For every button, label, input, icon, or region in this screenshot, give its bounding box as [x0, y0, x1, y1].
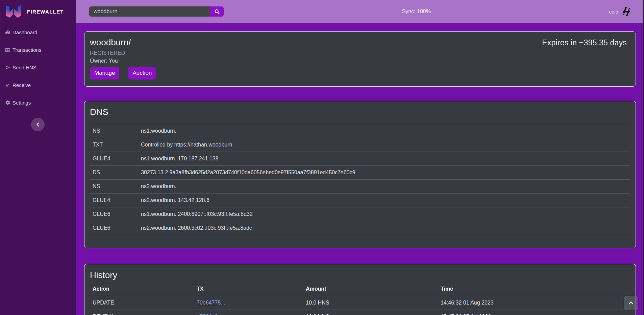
sidebar-item-send-hns[interactable]: Send HNS [0, 59, 76, 76]
history-tx-link[interactable]: 70e64775... [197, 300, 225, 306]
history-time: 14:46:32 01 Aug 2023 [438, 296, 630, 310]
history-tx-link[interactable]: d7836a2e... [197, 314, 225, 315]
table-icon [5, 47, 10, 52]
main-content: woodburn/ Expires in ~395.35 days REGIST… [76, 23, 644, 315]
dns-record-type: GLUE4 [90, 194, 138, 207]
dns-record-type: GLUE6 [90, 207, 138, 221]
history-amount: 10.0 HNS [303, 310, 438, 315]
sync-status: Sync: 100% [224, 8, 609, 15]
history-time: 15:47:36 27 Jul 2023 [438, 310, 630, 315]
dns-card-spacer [90, 235, 630, 243]
dns-record-type: GLUE4 [90, 152, 138, 166]
sidebar-collapse-button[interactable] [31, 118, 45, 131]
magnifier-icon [214, 9, 220, 15]
auction-button[interactable]: Auction [128, 67, 156, 80]
dns-record-row: TXTControlled by https://nathan.woodburn [90, 138, 630, 152]
history-title: History [90, 270, 630, 280]
dns-record-type: NS [90, 124, 138, 138]
dns-title: DNS [90, 107, 630, 117]
dns-record-type: GLUE6 [90, 221, 138, 235]
history-row: UPDATE70e64775...10.0 HNS14:46:32 01 Aug… [90, 296, 630, 310]
sidebar-item-settings[interactable]: Settings [0, 94, 76, 111]
tachometer-icon [5, 29, 10, 35]
history-column-tx: TX [194, 282, 303, 296]
wallet-name: cold [609, 9, 618, 15]
history-row: RENEWd7836a2e...10.0 HNS15:47:36 27 Jul … [90, 310, 630, 315]
dns-record-value: 30273 13 2 9a3a8fb3d625d2a2073d740f10da6… [138, 166, 630, 180]
domain-expiry: Expires in ~395.35 days [542, 37, 627, 48]
chevron-left-icon [35, 122, 40, 127]
brand-name: FIREWALLET [27, 9, 64, 15]
gear-icon [5, 100, 10, 105]
dns-table: NSns1.woodburn.TXTControlled by https://… [90, 124, 630, 235]
firewallet-w-logo-icon [6, 5, 21, 18]
history-action: RENEW [90, 310, 194, 315]
sidebar-item-label: Settings [13, 100, 31, 106]
topbar: Sync: 100% cold [76, 0, 644, 23]
history-column-action: Action [90, 282, 194, 296]
page-scrollbar[interactable] [643, 0, 644, 315]
domain-actions: Manage Auction [90, 67, 630, 80]
history-amount: 10.0 HNS [303, 296, 438, 310]
sidebar-item-label: Receive [13, 82, 31, 88]
dns-record-row: GLUE6ns2.woodburn. 2600:3c02::f03c:93ff:… [90, 221, 630, 235]
sidebar-item-dashboard[interactable]: Dashboard [0, 23, 76, 41]
search-input[interactable] [89, 6, 210, 17]
domain-card-header: woodburn/ Expires in ~395.35 days [90, 37, 630, 48]
brand[interactable]: FIREWALLET [0, 0, 76, 23]
sidebar: FIREWALLET DashboardTransactionsSend HNS… [0, 0, 76, 315]
domain-card: woodburn/ Expires in ~395.35 days REGIST… [84, 31, 636, 87]
dns-record-type: TXT [90, 138, 138, 152]
receive-icon [5, 82, 10, 88]
domain-owner: Owner: You [90, 57, 630, 65]
history-table: ActionTXAmountTime UPDATE70e64775...10.0… [90, 282, 630, 315]
dns-record-type: DS [90, 166, 138, 180]
history-action: UPDATE [90, 296, 194, 310]
dns-record-row: NSns1.woodburn. [90, 124, 630, 138]
dns-record-row: DS30273 13 2 9a3a8fb3d625d2a2073d740f10d… [90, 166, 630, 180]
dns-card: DNS NSns1.woodburn.TXTControlled by http… [84, 101, 636, 248]
dns-record-value: ns1.woodburn. 170.187.241.138 [138, 152, 630, 166]
dns-record-row: GLUE6ns1.woodburn. 2400:8907::f03c:93ff:… [90, 207, 630, 221]
history-column-amount: Amount [303, 282, 438, 296]
dns-record-row: GLUE4ns2.woodburn. 143.42.128.6 [90, 194, 630, 207]
manage-button[interactable]: Manage [90, 67, 119, 80]
sidebar-item-label: Send HNS [13, 65, 36, 70]
send-icon [5, 65, 10, 70]
search-button[interactable] [210, 6, 224, 17]
dns-record-value: ns2.woodburn. 2600:3c02::f03c:93ff:fe5a:… [138, 221, 630, 235]
domain-title: woodburn/ [90, 37, 131, 47]
history-header-row: ActionTXAmountTime [90, 282, 630, 296]
sidebar-nav: DashboardTransactionsSend HNSReceiveSett… [0, 23, 76, 111]
dns-record-value: ns2.woodburn. 143.42.128.6 [138, 194, 630, 207]
dns-record-row: NSns2.woodburn. [90, 180, 630, 194]
handshake-icon[interactable] [621, 6, 632, 17]
sidebar-item-label: Dashboard [13, 29, 37, 35]
dns-record-row: GLUE4ns1.woodburn. 170.187.241.138 [90, 152, 630, 166]
sidebar-item-label: Transactions [13, 47, 41, 53]
dns-record-type: NS [90, 180, 138, 194]
search-group [89, 6, 224, 17]
dns-record-value: ns2.woodburn. [138, 180, 630, 194]
history-card: History ActionTXAmountTime UPDATE70e6477… [84, 264, 636, 315]
dns-record-value: ns1.woodburn. 2400:8907::f03c:93ff:fe5a:… [138, 207, 630, 221]
sidebar-item-receive[interactable]: Receive [0, 76, 76, 94]
dns-record-value: Controlled by https://nathan.woodburn [138, 138, 630, 152]
chevron-up-icon [628, 300, 634, 306]
sidebar-item-transactions[interactable]: Transactions [0, 41, 76, 59]
history-column-time: Time [438, 282, 630, 296]
domain-status: REGISTERED [90, 49, 630, 57]
dns-record-value: ns1.woodburn. [138, 124, 630, 138]
scroll-to-top-button[interactable] [624, 296, 638, 310]
wallet-cluster[interactable]: cold [609, 6, 632, 17]
